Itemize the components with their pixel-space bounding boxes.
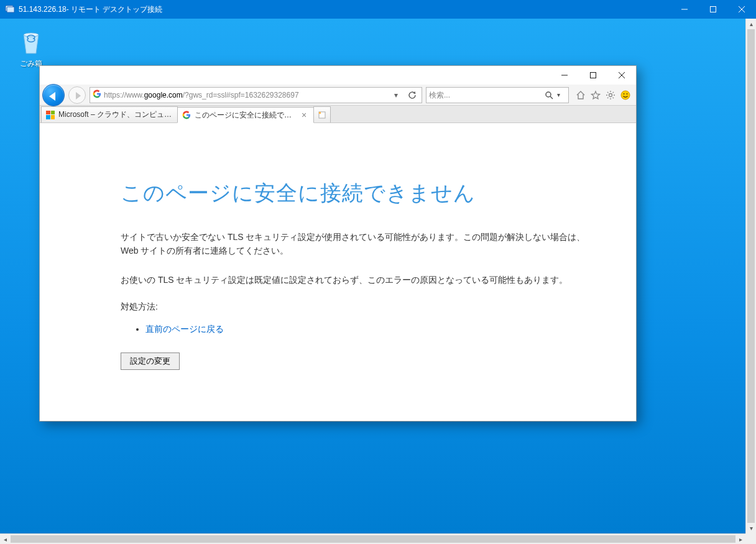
- tab-title: このページに安全に接続できません: [195, 110, 297, 121]
- ie-content: このページに安全に接続できません サイトで古いか安全でない TLS セキュリティ…: [40, 123, 636, 421]
- svg-point-15: [624, 93, 625, 95]
- address-url: https://www.google.com/?gws_rd=ssl#spf=1…: [104, 91, 387, 99]
- rdp-minimize-button[interactable]: [670, 0, 699, 19]
- error-paragraph-2: お使いの TLS セキュリティ設定は既定値に設定されておらず、このエラーの原因と…: [121, 273, 593, 287]
- error-howto-label: 対処方法:: [121, 302, 599, 313]
- tab-close-button[interactable]: ×: [300, 111, 308, 119]
- remote-desktop[interactable]: ごみ箱: [0, 19, 745, 533]
- scrollbar-corner: [745, 533, 756, 544]
- address-favicon: [93, 90, 101, 100]
- desktop-icon-recycle-bin[interactable]: ごみ箱: [7, 26, 55, 69]
- svg-rect-18: [319, 112, 321, 114]
- tab-microsoft[interactable]: Microsoft – クラウド、コンピューター...: [41, 106, 178, 122]
- error-heading: このページに安全に接続できません: [121, 179, 599, 208]
- tab-error-page[interactable]: このページに安全に接続できません ×: [177, 107, 314, 123]
- home-icon[interactable]: [574, 88, 588, 102]
- tools-icon[interactable]: [604, 88, 617, 102]
- svg-rect-3: [711, 7, 716, 12]
- error-paragraph-1: サイトで古いか安全でない TLS セキュリティ設定が使用されている可能性がありま…: [121, 230, 593, 258]
- ie-minimize-button[interactable]: [550, 66, 579, 85]
- nav-back-button[interactable]: [42, 84, 65, 106]
- tab-strip: Microsoft – クラウド、コンピューター... このページに安全に接続で…: [40, 106, 636, 123]
- new-tab-button[interactable]: [313, 106, 331, 122]
- nav-forward-button[interactable]: [68, 86, 86, 104]
- rdp-title-ip: 51.143.226.18: [19, 5, 67, 14]
- rdp-title-suffix: - リモート デスクトップ接続: [67, 4, 163, 15]
- tab-title: Microsoft – クラウド、コンピューター...: [58, 109, 172, 120]
- search-box[interactable]: ▾: [426, 87, 569, 103]
- search-icon[interactable]: [543, 91, 555, 99]
- ie-window: https://www.google.com/?gws_rd=ssl#spf=1…: [39, 65, 637, 422]
- ie-toolbar: https://www.google.com/?gws_rd=ssl#spf=1…: [40, 85, 636, 106]
- address-dropdown-icon[interactable]: ▾: [389, 91, 403, 99]
- new-tab-icon: [318, 111, 326, 119]
- ie-close-button[interactable]: [607, 66, 636, 85]
- rdp-maximize-button[interactable]: [699, 0, 727, 19]
- rdp-close-button[interactable]: [727, 0, 756, 19]
- scroll-right-arrow[interactable]: ▸: [735, 534, 746, 544]
- svg-line-12: [550, 96, 553, 99]
- rdp-app-icon: [5, 4, 15, 14]
- error-action-list: 直前のページに戻る: [145, 324, 599, 335]
- ie-maximize-button[interactable]: [579, 66, 607, 85]
- toolbar-icons: [573, 88, 634, 102]
- search-input[interactable]: [429, 91, 541, 99]
- address-bar[interactable]: https://www.google.com/?gws_rd=ssl#spf=1…: [90, 87, 422, 103]
- svg-rect-8: [591, 73, 596, 78]
- svg-rect-1: [7, 7, 14, 12]
- hscroll-thumb[interactable]: [11, 535, 735, 543]
- svg-point-13: [609, 93, 612, 96]
- rdp-horizontal-scrollbar[interactable]: ◂ ▸: [0, 533, 746, 544]
- rdp-client-area: ごみ箱: [0, 19, 756, 544]
- scroll-up-arrow[interactable]: ▴: [746, 19, 756, 29]
- rdp-vertical-scrollbar[interactable]: ▴ ▾: [745, 19, 756, 533]
- favorites-icon[interactable]: [589, 88, 602, 102]
- svg-point-11: [546, 92, 551, 97]
- recycle-bin-icon: [16, 26, 46, 56]
- svg-point-14: [621, 91, 630, 99]
- scroll-left-arrow[interactable]: ◂: [0, 534, 11, 544]
- rdp-titlebar: 51.143.226.18 - リモート デスクトップ接続: [0, 0, 756, 19]
- refresh-button[interactable]: [405, 91, 419, 99]
- smiley-icon[interactable]: [619, 88, 632, 102]
- change-settings-button[interactable]: 設定の変更: [121, 353, 180, 370]
- scroll-down-arrow[interactable]: ▾: [746, 523, 756, 533]
- google-favicon: [182, 110, 191, 120]
- ie-titlebar[interactable]: [40, 66, 636, 85]
- svg-point-16: [627, 93, 628, 95]
- go-back-link[interactable]: 直前のページに戻る: [145, 324, 224, 334]
- vscroll-thumb[interactable]: [747, 29, 755, 523]
- microsoft-favicon: [45, 110, 55, 120]
- search-dropdown-icon[interactable]: ▾: [557, 91, 566, 98]
